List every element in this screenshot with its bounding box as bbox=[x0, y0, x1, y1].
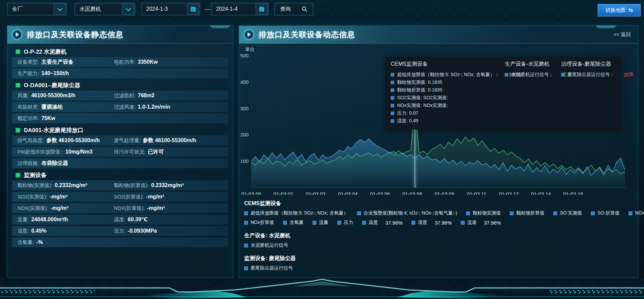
info-cell: 过滤风速:1.0-1.2m/min bbox=[114, 104, 223, 110]
field-label: 排污许可状况: bbox=[114, 149, 146, 155]
tooltip-column-title: CEMS监测设备 bbox=[391, 61, 505, 68]
legend-item[interactable]: 颗粒物实测值 bbox=[466, 210, 501, 216]
info-cell: 废气处理量:参数 46100-55300m/h bbox=[114, 137, 223, 144]
legend-marker-icon bbox=[510, 212, 514, 215]
legend-item-label: 颗粒物折算值 bbox=[516, 210, 544, 216]
switch-map-button[interactable]: 切换地图 ⇆ bbox=[598, 4, 641, 16]
query-button[interactable]: 查询 bbox=[274, 3, 313, 15]
legend-item[interactable]: 含氧量 bbox=[283, 220, 304, 226]
tooltip-column-title: 治理设备-磨尾除尘器 bbox=[561, 61, 633, 68]
legend-item[interactable]: NOx实测值 bbox=[629, 210, 644, 216]
legend-marker-icon bbox=[362, 221, 366, 225]
legend-row: 水泥磨机运行信号 bbox=[244, 242, 631, 248]
info-row: 湿度:0.45%压力:-0.0930MPa bbox=[12, 226, 228, 236]
svg-text:01-03 14: 01-03 14 bbox=[531, 191, 551, 195]
field-value: 布袋除尘器 bbox=[41, 160, 68, 167]
legend-item[interactable]: 企业预警值(颗粒物:4; sOz-; NOx-;含氧气量:-) bbox=[357, 210, 457, 216]
legend-marker-icon bbox=[391, 119, 394, 123]
field-value: 768m2 bbox=[138, 93, 155, 99]
legend-item-label: SO:折算值 bbox=[597, 210, 620, 216]
info-cell: 治理措施:布袋除尘器 bbox=[17, 160, 114, 167]
section-header: 监测设备 bbox=[12, 170, 228, 180]
legend-item[interactable]: 颗粒物折算值 bbox=[510, 210, 544, 216]
legend-marker-icon bbox=[244, 266, 248, 270]
field-label: 流量: bbox=[17, 217, 29, 223]
legend-item[interactable]: 温度37.96% bbox=[362, 220, 402, 226]
device-select[interactable]: 水泥磨机 bbox=[74, 3, 135, 15]
info-cell: 排污许可状况:已许可 bbox=[114, 148, 223, 156]
section-bullet-icon bbox=[15, 173, 20, 178]
field-label: PM超低排排放限值:: bbox=[17, 149, 63, 155]
field-value: 主要生产设备 bbox=[41, 59, 73, 66]
legend-marker-icon bbox=[244, 212, 248, 215]
field-value: -mg/m³ bbox=[51, 205, 68, 211]
calendar-icon bbox=[256, 3, 268, 15]
legend-item[interactable]: 湿度37.96% bbox=[412, 220, 452, 226]
info-row: 额定功率:75Kw bbox=[12, 113, 228, 123]
section-header-label: O-P-22 水泥磨机 bbox=[24, 48, 67, 56]
field-value: -mg/m³ bbox=[146, 194, 164, 200]
legend-item-label: 压力 bbox=[344, 220, 353, 226]
field-value: 75Kw bbox=[41, 115, 55, 121]
svg-text:200: 200 bbox=[240, 132, 249, 137]
field-value: -% bbox=[36, 239, 43, 245]
legend-item[interactable]: 流速37.96% bbox=[461, 220, 501, 226]
info-cell: 生产能力:140~150t/h bbox=[17, 70, 114, 77]
field-label: SO2(折算值): bbox=[114, 194, 144, 200]
legend-item[interactable]: SO:折算值 bbox=[591, 210, 620, 216]
legend-marker-icon bbox=[244, 244, 248, 247]
info-cell: SO2(实测值):-mg/m³ bbox=[17, 194, 114, 200]
legend-item-label: 企业预警值(颗粒物:4; sOz-; NOx-;含氧气量:-) bbox=[364, 210, 457, 216]
field-label: 额定功率: bbox=[17, 115, 39, 122]
legend-marker-icon bbox=[553, 212, 557, 215]
field-label: SO2(实测值): bbox=[17, 194, 47, 200]
dynamic-info-panel: 排放口及关联设备动态信息 << 返回 单位 10020030040050001-… bbox=[239, 25, 638, 278]
legend-marker-icon bbox=[357, 212, 361, 215]
info-row: 含氧量:-% bbox=[12, 237, 228, 247]
legend-item[interactable]: 磨尾除尘器运行信号 bbox=[244, 265, 293, 271]
info-cell: 温度:60.39℃ bbox=[114, 216, 223, 223]
legend-row: 超低排放限值（颗拉物:5: SOz-; NOx; 含氧量）企业预警值(颗粒物:4… bbox=[244, 210, 631, 216]
field-value: -mg/m³ bbox=[147, 205, 165, 211]
legend-item[interactable]: 流量 bbox=[313, 220, 328, 226]
legend-item[interactable]: SO:实测值 bbox=[553, 210, 582, 216]
legend-item[interactable]: 超低排放限值（颗拉物:5: SOz-; NOx; 含氧量） bbox=[244, 210, 348, 216]
field-value: 1.0-1.2m/min bbox=[138, 104, 170, 110]
legend-item[interactable]: 水泥磨机运行信号 bbox=[244, 242, 288, 248]
info-row: SO2(实测值):-mg/m³SO2(折算值):-mg/m³ bbox=[12, 192, 228, 202]
play-icon bbox=[244, 29, 254, 40]
legend-item[interactable]: 压力 bbox=[337, 220, 353, 226]
plant-select[interactable]: 全厂 bbox=[7, 3, 67, 15]
legend-marker-icon bbox=[337, 221, 341, 225]
chevron-down-icon bbox=[122, 3, 134, 15]
legend-item-label: 湿度 bbox=[418, 220, 427, 226]
search-icon bbox=[302, 6, 308, 12]
tooltip-item-label: NOx实测值: NOx实测值: bbox=[397, 102, 448, 109]
date-to-input[interactable]: 2024-1-4 bbox=[211, 3, 269, 15]
section-header: O-P-22 水泥磨机 bbox=[12, 46, 228, 57]
back-link[interactable]: << 返回 bbox=[613, 32, 631, 38]
field-label: 含氧量: bbox=[17, 239, 34, 246]
field-label: 湿度: bbox=[17, 228, 29, 234]
info-cell: 湿度:0.45% bbox=[17, 228, 114, 234]
field-label: 排气筒高度: bbox=[17, 137, 44, 144]
legend-row: NOx折算值含氧量流量压力温度37.96%湿度37.96%流速37.96% bbox=[244, 220, 631, 226]
svg-text:01-03 03: 01-03 03 bbox=[306, 191, 325, 195]
svg-text:100: 100 bbox=[240, 158, 249, 164]
field-value: 10mg/Nm3 bbox=[65, 149, 93, 155]
info-row: 治理措施:布袋除尘器 bbox=[12, 158, 228, 168]
legend-row: 磨尾除尘器运行信号 bbox=[244, 265, 631, 271]
svg-text:500: 500 bbox=[240, 53, 249, 58]
legend-marker-icon bbox=[391, 81, 394, 84]
field-label: 废气处理量: bbox=[114, 137, 141, 144]
legend-marker-icon bbox=[591, 212, 595, 215]
legend-marker-icon bbox=[629, 212, 632, 215]
tooltip-item-value: 故障 bbox=[624, 71, 633, 78]
date-from-input[interactable]: 2024-1-3 bbox=[141, 3, 200, 15]
field-value: 24048.000m³/h bbox=[31, 217, 68, 223]
field-value: 参数 46100-55300m/h bbox=[143, 137, 196, 144]
legend-area: CEMS监测设备超低排放限值（颗拉物:5: SOz-; NOx; 含氧量）企业预… bbox=[244, 197, 631, 275]
legend-item[interactable]: NOx折算值 bbox=[244, 220, 274, 226]
section-header: O-DA001--磨尾除尘器 bbox=[12, 80, 228, 91]
device-select-value: 水泥磨机 bbox=[75, 6, 122, 13]
